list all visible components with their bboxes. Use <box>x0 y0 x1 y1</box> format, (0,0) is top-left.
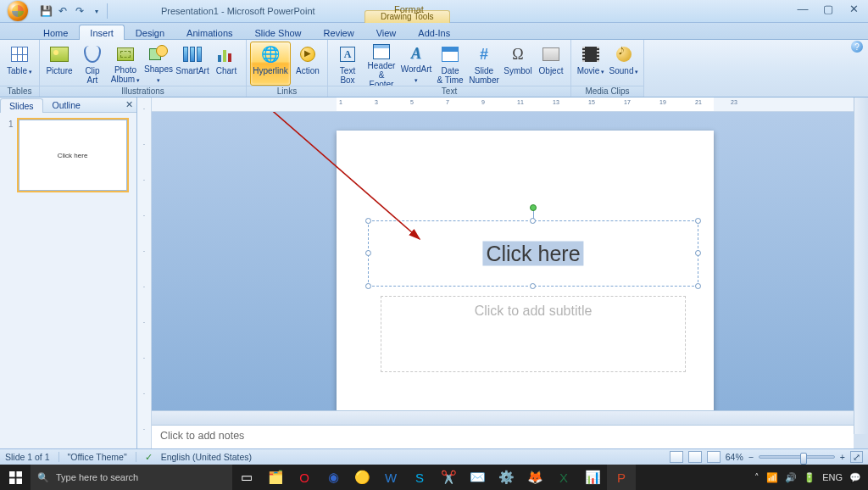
opera-icon[interactable]: O <box>290 465 319 490</box>
tray-volume-icon[interactable]: 🔊 <box>785 472 797 483</box>
resize-handle-ml[interactable] <box>365 250 371 256</box>
table-button[interactable]: Table <box>3 42 36 86</box>
shapes-button[interactable]: Shapes <box>142 42 175 86</box>
hyperlink-button[interactable]: 🌐Hyperlink <box>250 42 291 86</box>
ribbon-tabs: Home Insert Design Animations Slide Show… <box>0 23 868 40</box>
edge-icon[interactable]: ◉ <box>319 465 348 490</box>
slide-number-button[interactable]: #Slide Number <box>467 42 501 86</box>
tab-add-ins[interactable]: Add-Ins <box>407 25 461 40</box>
slides-tab[interactable]: Slides <box>0 98 43 113</box>
close-panel-icon[interactable]: ✕ <box>125 99 133 110</box>
resize-handle-bm[interactable] <box>530 283 536 289</box>
tray-notifications-icon[interactable]: 💬 <box>849 472 861 483</box>
resize-handle-tr[interactable] <box>695 218 701 224</box>
movie-button[interactable]: Movie <box>575 42 607 86</box>
mail-icon[interactable]: ✉️ <box>463 465 492 490</box>
tab-slide-show[interactable]: Slide Show <box>244 25 313 40</box>
spellcheck-icon[interactable]: ✓ <box>145 452 153 462</box>
tab-view[interactable]: View <box>365 25 408 40</box>
chrome-icon[interactable]: 🟡 <box>348 465 376 490</box>
tray-language[interactable]: ENG <box>822 472 843 482</box>
tab-review[interactable]: Review <box>313 25 365 40</box>
date-time-button[interactable]: Date & Time <box>434 42 466 86</box>
smartart-button[interactable]: SmartArt <box>175 42 209 86</box>
start-button[interactable] <box>0 465 31 490</box>
group-text: AText Box Header & Footer AWordArt Date … <box>328 40 571 97</box>
tab-insert[interactable]: Insert <box>79 25 125 40</box>
zoom-percent[interactable]: 64% <box>726 452 743 462</box>
tray-network-icon[interactable]: 📶 <box>766 472 778 483</box>
snip-icon[interactable]: ✂️ <box>434 465 463 490</box>
clip-art-button[interactable]: Clip Art <box>76 42 108 86</box>
taskbar-search[interactable]: 🔍 Type here to search <box>31 465 232 490</box>
tab-home[interactable]: Home <box>32 25 79 40</box>
rotate-handle[interactable] <box>530 204 537 211</box>
redo-icon[interactable]: ↷ <box>73 4 86 18</box>
task-view-icon[interactable]: ▭ <box>232 465 261 490</box>
group-label-tables: Tables <box>0 86 39 97</box>
action-button[interactable]: Action <box>292 42 324 86</box>
windows-taskbar: 🔍 Type here to search ▭ 🗂️ O ◉ 🟡 W S ✂️ … <box>0 465 868 490</box>
maximize-button[interactable]: ▢ <box>815 0 841 17</box>
word-icon[interactable]: W <box>376 465 405 490</box>
header-footer-button[interactable]: Header & Footer <box>364 42 398 86</box>
save-icon[interactable]: 💾 <box>39 4 53 18</box>
slide-canvas[interactable]: Click here Click to add subtitle <box>152 112 854 410</box>
symbol-button[interactable]: ΩSymbol <box>502 42 534 86</box>
tab-format[interactable]: Format <box>383 1 435 16</box>
notes-pane[interactable]: Click to add notes <box>152 425 854 448</box>
close-button[interactable]: ✕ <box>841 0 866 17</box>
chart-button[interactable]: Chart <box>210 42 242 86</box>
resize-handle-tl[interactable] <box>365 218 371 224</box>
sorter-view-button[interactable] <box>688 451 702 463</box>
title-placeholder[interactable]: Click here <box>368 220 698 287</box>
excel-icon[interactable]: X <box>549 465 578 490</box>
fit-to-window-button[interactable]: ⤢ <box>850 451 863 463</box>
minimize-button[interactable]: ― <box>790 0 815 17</box>
group-media-clips: Movie Sound Media Clips <box>571 40 644 97</box>
slide[interactable]: Click here Click to add subtitle <box>337 131 714 410</box>
horizontal-scrollbar[interactable] <box>152 410 854 425</box>
group-label-links: Links <box>247 86 327 97</box>
group-label-text: Text <box>328 86 570 97</box>
ribbon: Table Tables Picture Clip Art Photo Albu… <box>0 40 868 97</box>
zoom-out-button[interactable]: − <box>748 452 754 462</box>
tab-design[interactable]: Design <box>125 25 175 40</box>
svg-rect-3 <box>9 478 15 484</box>
explorer-icon[interactable]: 🗂️ <box>261 465 290 490</box>
task-manager-icon[interactable]: 📊 <box>578 465 607 490</box>
skype-icon[interactable]: S <box>405 465 434 490</box>
title-text[interactable]: Click here <box>482 242 583 266</box>
help-icon[interactable]: ? <box>851 41 863 53</box>
status-language[interactable]: English (United States) <box>161 452 252 462</box>
vertical-scrollbar[interactable] <box>854 97 868 434</box>
outline-tab[interactable]: Outline <box>43 97 90 112</box>
qat-customize-icon[interactable]: ▾ <box>90 4 103 18</box>
undo-icon[interactable]: ↶ <box>56 4 70 18</box>
status-slide-info: Slide 1 of 1 <box>5 452 50 462</box>
picture-button[interactable]: Picture <box>43 42 75 86</box>
firefox-icon[interactable]: 🦊 <box>520 465 549 490</box>
slideshow-view-button[interactable] <box>707 451 721 463</box>
tray-battery-icon[interactable]: 🔋 <box>804 472 815 483</box>
normal-view-button[interactable] <box>670 451 683 463</box>
office-button[interactable] <box>3 0 32 23</box>
sound-button[interactable]: Sound <box>608 42 640 86</box>
powerpoint-icon[interactable]: P <box>607 465 636 490</box>
settings-icon[interactable]: ⚙️ <box>492 465 520 490</box>
status-bar: Slide 1 of 1 "Office Theme" ✓ English (U… <box>0 448 868 465</box>
tray-chevron-icon[interactable]: ˄ <box>754 472 760 483</box>
object-button[interactable]: Object <box>535 42 567 86</box>
resize-handle-mr[interactable] <box>695 250 701 256</box>
resize-handle-tm[interactable] <box>530 218 536 224</box>
tab-animations[interactable]: Animations <box>175 25 243 40</box>
slide-thumbnail-1[interactable]: Click here <box>19 120 127 191</box>
photo-album-button[interactable]: Photo Album <box>109 42 142 86</box>
text-box-button[interactable]: AText Box <box>331 42 364 86</box>
zoom-in-button[interactable]: + <box>840 452 845 462</box>
wordart-button[interactable]: AWordArt <box>399 42 433 86</box>
subtitle-placeholder[interactable]: Click to add subtitle <box>381 296 686 372</box>
resize-handle-br[interactable] <box>695 283 701 289</box>
zoom-slider[interactable] <box>759 455 835 459</box>
resize-handle-bl[interactable] <box>365 283 371 289</box>
